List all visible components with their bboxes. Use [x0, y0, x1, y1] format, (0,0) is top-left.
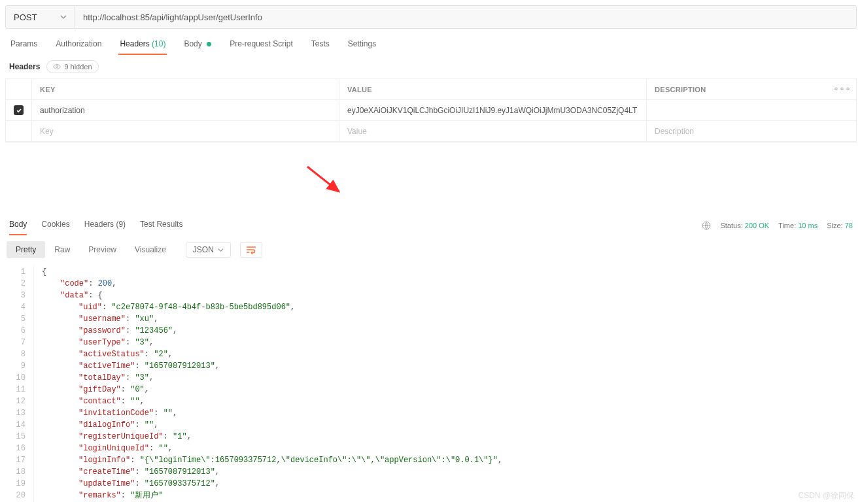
response-status: Status: 200 OK Time: 10 ms Size: 78 [702, 221, 853, 235]
tab-headers[interactable]: Headers (10) [118, 34, 167, 55]
wrap-icon [246, 245, 256, 254]
resp-tab-testresults[interactable]: Test Results [140, 214, 182, 235]
time-label: Time: 10 ms [778, 222, 818, 229]
view-bar: Pretty Raw Preview Visualize JSON [0, 236, 862, 263]
header-value-input-empty[interactable] [347, 127, 638, 136]
view-preview[interactable]: Preview [79, 241, 126, 258]
tab-body-label: Body [184, 39, 201, 48]
header-key-input[interactable] [40, 106, 331, 115]
tab-body[interactable]: Body [182, 34, 213, 55]
body-indicator-dot [207, 42, 211, 46]
tab-headers-count: (10) [152, 39, 165, 48]
check-icon [16, 107, 22, 114]
row-checkbox[interactable] [14, 105, 24, 115]
resp-tab-cookies[interactable]: Cookies [41, 214, 69, 235]
table-row-empty [6, 121, 856, 142]
tab-authorization[interactable]: Authorization [54, 34, 103, 55]
table-header-row: KEY VALUE DESCRIPTION [6, 79, 856, 100]
response-bar: Body Cookies Headers (9) Test Results St… [0, 214, 862, 236]
row-desc [647, 100, 856, 120]
tab-tests[interactable]: Tests [310, 34, 331, 55]
format-select[interactable]: JSON [186, 242, 231, 258]
resp-headers-count: (9) [116, 220, 126, 229]
view-pretty[interactable]: Pretty [7, 241, 45, 258]
table-options-icon[interactable]: ∘∘∘ [833, 83, 851, 93]
headers-table: ∘∘∘ KEY VALUE DESCRIPTION [5, 78, 857, 143]
request-tabs: Params Authorization Headers (10) Body P… [0, 34, 862, 55]
hidden-count: 9 hidden [64, 63, 92, 71]
hidden-headers-toggle[interactable]: 9 hidden [46, 60, 98, 73]
method-label: POST [14, 12, 37, 22]
view-visualize[interactable]: Visualize [126, 241, 175, 258]
row-checkbox-cell [6, 100, 32, 120]
code-lines: {"code": 200,"data": {"uid": "c2e78074-9… [34, 266, 862, 501]
row-checkbox-cell-empty [6, 121, 32, 141]
chevron-down-icon [60, 14, 67, 20]
header-desc-input-empty[interactable] [655, 127, 848, 136]
row-key [32, 100, 339, 120]
svg-point-0 [56, 66, 58, 68]
resp-tab-headers[interactable]: Headers (9) [84, 214, 126, 235]
col-desc: DESCRIPTION [647, 79, 856, 99]
url-input[interactable] [75, 6, 856, 28]
annotation-arrow [305, 164, 344, 197]
chevron-down-icon [218, 247, 224, 253]
response-tabs: Body Cookies Headers (9) Test Results [9, 214, 182, 235]
table-row [6, 100, 856, 121]
header-check-col [6, 79, 32, 99]
request-url-bar: POST [5, 5, 857, 29]
resp-tab-body[interactable]: Body [9, 214, 27, 235]
header-value-input[interactable] [347, 106, 638, 115]
svg-line-1 [307, 167, 339, 192]
headers-title: Headers [9, 62, 40, 71]
header-key-input-empty[interactable] [40, 127, 331, 136]
tab-prerequest[interactable]: Pre-request Script [228, 34, 294, 55]
view-mode-group: Pretty Raw Preview Visualize [7, 241, 175, 258]
col-key: KEY [32, 79, 339, 99]
line-gutter: 1234567891011121314151617181920 [0, 266, 34, 501]
row-value [339, 100, 647, 120]
format-label: JSON [193, 245, 214, 254]
eye-icon [53, 63, 61, 71]
col-value: VALUE [339, 79, 647, 99]
globe-icon[interactable] [702, 221, 711, 230]
response-body-viewer[interactable]: 1234567891011121314151617181920 {"code":… [0, 263, 862, 504]
tab-settings[interactable]: Settings [347, 34, 377, 55]
tab-params[interactable]: Params [9, 34, 39, 55]
method-select[interactable]: POST [6, 6, 75, 28]
resp-headers-label: Headers [84, 220, 114, 229]
wrap-toggle[interactable] [240, 242, 262, 258]
status-label: Status: 200 OK [720, 222, 769, 229]
header-desc-input[interactable] [655, 106, 848, 115]
headers-subheader: Headers 9 hidden [0, 55, 862, 78]
tab-headers-label: Headers [120, 39, 149, 48]
size-label: Size: 78 [827, 222, 853, 229]
view-raw[interactable]: Raw [45, 241, 79, 258]
